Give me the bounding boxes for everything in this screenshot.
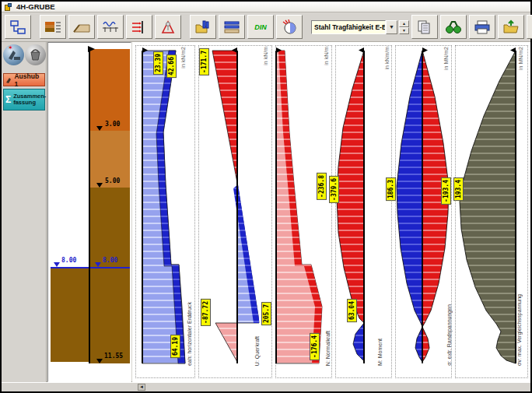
wall-loads-button[interactable] — [126, 15, 152, 39]
din-icon: DIN — [254, 23, 267, 31]
spinner-up-icon[interactable]: ▲ — [399, 20, 409, 27]
marker-water-left-icon — [54, 262, 60, 267]
wall-loads-icon — [131, 19, 148, 35]
value-label: -87.72 — [201, 299, 211, 326]
depth-3m: 3.00 — [105, 121, 120, 128]
bench-wall-icon — [223, 19, 240, 35]
print-button[interactable] — [469, 15, 495, 39]
unit-label-4: in kNm/m — [384, 47, 390, 70]
panel-normalkraft — [275, 45, 332, 378]
soil-layer-1 — [90, 49, 130, 131]
marker-toe-icon — [96, 359, 103, 363]
new-state-button[interactable]: ✶ — [3, 44, 24, 65]
value-label: -171.7 — [199, 48, 209, 75]
sigma-icon: Σ — [5, 94, 11, 105]
axis-label-querkraft: U: Querkraft — [254, 336, 260, 366]
value-label: -236.8 — [317, 173, 327, 200]
folder-wall-button[interactable] — [190, 15, 216, 39]
value-label: 64.19 — [170, 335, 180, 358]
slope-button[interactable] — [68, 15, 95, 39]
value-label: -193.4 — [441, 177, 451, 205]
value-label: 63.04 — [347, 299, 357, 322]
marker-5m-icon — [96, 183, 103, 188]
axis-label-normalkraft: N: Normalkraft — [325, 331, 331, 366]
depth-5m: 5.00 — [105, 177, 120, 184]
shovel-icon — [5, 76, 12, 84]
printer-icon — [474, 19, 491, 35]
unit-label-2: in kN/m — [263, 47, 268, 65]
marker-3m-icon — [96, 126, 103, 131]
app-window: 4H-GRUBE DIN — [0, 0, 532, 393]
water-line — [51, 267, 130, 268]
wall-top-flag — [88, 46, 96, 53]
bench-wall-button[interactable] — [219, 15, 245, 39]
flowchart-button[interactable] — [5, 15, 31, 39]
copy-pages-icon — [416, 19, 433, 35]
value-label: 186.3 — [386, 177, 396, 201]
depth-toe: 11.55 — [104, 353, 123, 360]
axis-label-randspannungen: σ: extr. Randspannungen — [446, 304, 452, 366]
value-label: 23.39 — [153, 51, 163, 75]
value-label: 42.66 — [166, 54, 177, 78]
value-label: 205.7 — [261, 302, 271, 325]
value-label: 193.4 — [453, 177, 464, 201]
panel-randspannungen — [395, 45, 452, 378]
copy-pages-button[interactable] — [411, 15, 438, 39]
axis-label-vergleichsspannung: σv: max. Vergleichsspannung — [516, 294, 522, 366]
window-title: 4H-GRUBE — [16, 2, 55, 11]
axis-label-erddruck: eah: horizontaler Erddruck — [187, 302, 192, 366]
spark-icon: ✶ — [8, 44, 13, 51]
sidebar-item-zusammenfassung[interactable]: Σ Zusammen- fassung — [3, 89, 45, 111]
unit-label-6: in MN/m2 — [518, 47, 523, 70]
scroll-left-icon[interactable]: ◄ — [138, 384, 145, 391]
panel-moment — [335, 45, 392, 378]
search-button[interactable] — [440, 15, 467, 39]
spinner-down-icon[interactable]: ▼ — [399, 27, 409, 34]
result-type-combobox[interactable]: Stahl Tragfähigkeit E-E ▼ ▲ ▼ — [311, 19, 409, 35]
status-bar: ◄ — [2, 382, 530, 391]
unit-label-1: in kN/m2 — [180, 47, 186, 68]
help-button[interactable] — [527, 15, 532, 39]
bedding-icon — [102, 19, 119, 35]
title-bar: 4H-GRUBE — [2, 2, 530, 12]
sidebar-item-aushub-1[interactable]: Aushub 1 — [3, 73, 45, 86]
app-icon — [5, 3, 12, 11]
wall-line — [89, 49, 90, 363]
soil-layer-3 — [90, 188, 130, 363]
pie-section-icon — [281, 19, 298, 35]
sidebar: ✶ Aushub 1 Σ Zusammen- fassung — [2, 42, 47, 382]
bucket-button[interactable] — [25, 44, 46, 65]
aushub-label: Aushub 1 — [14, 72, 43, 88]
combobox-value[interactable]: Stahl Tragfähigkeit E-E — [311, 20, 386, 34]
result-spinner[interactable]: ▲ ▼ — [399, 20, 409, 34]
export-folder-icon — [502, 19, 520, 35]
slope-icon — [73, 19, 90, 35]
marker-water-right-icon — [95, 262, 101, 267]
soil-left-below — [51, 268, 89, 362]
value-label: -379.6 — [329, 176, 339, 203]
water-depth-right: 8.00 — [103, 257, 117, 264]
digger-icon — [3, 44, 24, 65]
axis-label-moment: M: Moment — [377, 339, 383, 366]
soil-layers-icon — [44, 19, 61, 35]
din-button[interactable]: DIN — [247, 15, 274, 39]
folder-wall-icon — [194, 19, 212, 35]
diagram-area: in kN/m2 in kN/m in kN/m in kNm/m in MN/… — [132, 42, 530, 382]
flowchart-icon — [9, 19, 26, 35]
soil-profile-panel: 3.00 5.00 8.00 8.00 11.55 — [47, 42, 131, 382]
value-label: -176.4 — [310, 333, 320, 360]
toolbar: DIN Stahl Tragfähigkeit E-E ▼ ▲ ▼ — [2, 12, 530, 42]
export-button[interactable] — [498, 15, 524, 39]
soil-layers-button[interactable] — [40, 15, 66, 39]
plumb-icon — [159, 19, 177, 35]
plumb-button[interactable] — [155, 15, 181, 39]
unit-label-3: in kN/m — [324, 47, 329, 65]
zusammenfassung-label: Zusammen- fassung — [13, 93, 46, 106]
chevron-down-icon[interactable]: ▼ — [386, 20, 397, 34]
bedding-button[interactable] — [97, 15, 124, 39]
bucket-icon — [25, 44, 46, 65]
water-depth-left: 8.00 — [61, 257, 76, 264]
panel-querkraft — [198, 45, 272, 378]
binoculars-icon — [445, 19, 462, 35]
pie-section-button[interactable] — [276, 15, 303, 39]
